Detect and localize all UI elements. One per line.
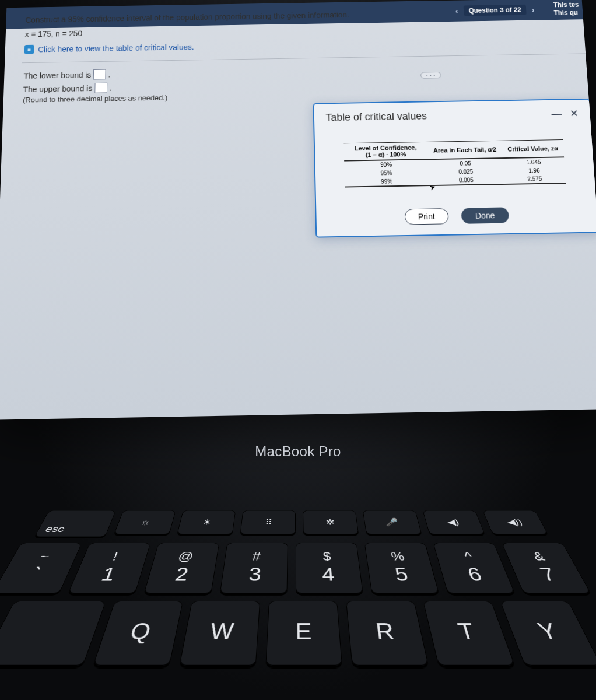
key-f5: 🎤	[363, 510, 422, 534]
key-tilde: ~`	[0, 542, 82, 593]
key-f2: ☀	[177, 510, 236, 534]
key-1: !1	[68, 542, 150, 593]
key-esc: esc	[34, 510, 116, 537]
keyboard: esc ☼ ☀ ⠿ ✲ 🎤 ◀︎) ◀︎)) ~` !1 @2 #3 $4 %5…	[0, 510, 596, 666]
period: .	[108, 70, 111, 79]
key-f3: ⠿	[240, 510, 296, 534]
question-content: Construct a 95% confidence interval of t…	[23, 4, 588, 104]
key-5: %5	[364, 542, 439, 593]
upper-bound-input[interactable]	[94, 83, 107, 93]
key-f4: ✲	[303, 510, 359, 534]
period: .	[109, 83, 111, 92]
lower-bound-label: The lower bound is	[23, 70, 91, 80]
key-y: Y	[500, 601, 596, 666]
upper-bound-label: The upper bound is	[23, 84, 93, 94]
key-tab	[0, 601, 106, 666]
col-confidence: Level of Confidence, (1 − α) · 100%	[343, 142, 427, 160]
col-tail: Area in Each Tail, α⁄2	[427, 141, 503, 159]
col-critical: Critical Value, zα	[502, 140, 564, 159]
photo-wrap: ‹ Question 3 of 22 › This tes This qu Co…	[0, 0, 596, 700]
list-icon: ≡	[24, 45, 34, 54]
key-4: $4	[296, 542, 363, 593]
key-7: &7	[502, 542, 591, 593]
divider	[22, 53, 586, 63]
key-3: #3	[220, 542, 288, 593]
key-2: @2	[144, 542, 220, 593]
key-f6: ◀︎)	[422, 510, 485, 534]
key-r: R	[346, 601, 429, 666]
minimize-icon[interactable]: —	[551, 108, 562, 120]
screen: ‹ Question 3 of 22 › This tes This qu Co…	[0, 0, 596, 420]
lower-bound-input[interactable]	[93, 69, 106, 80]
key-q: Q	[93, 601, 183, 666]
key-6: ^6	[433, 542, 515, 593]
modal-title: Table of critical values	[325, 110, 427, 124]
key-w: W	[179, 601, 260, 666]
key-e: E	[265, 601, 342, 666]
given-values: x = 175, n = 250	[25, 21, 584, 38]
critical-values-modal: Table of critical values — ✕ Level of Co…	[313, 99, 596, 238]
key-t: T	[423, 601, 515, 666]
laptop-label: MacBook Pro	[0, 443, 596, 460]
close-icon[interactable]: ✕	[569, 107, 579, 120]
key-f7: ◀︎))	[482, 510, 548, 534]
critical-values-table: Level of Confidence, (1 − α) · 100% Area…	[343, 139, 566, 187]
done-button[interactable]: Done	[461, 207, 509, 224]
critical-values-link[interactable]: Click here to view the table of critical…	[38, 43, 194, 54]
key-f1: ☼	[114, 510, 176, 534]
collapse-toggle[interactable]: • • •	[420, 72, 441, 79]
print-button[interactable]: Print	[404, 208, 448, 225]
